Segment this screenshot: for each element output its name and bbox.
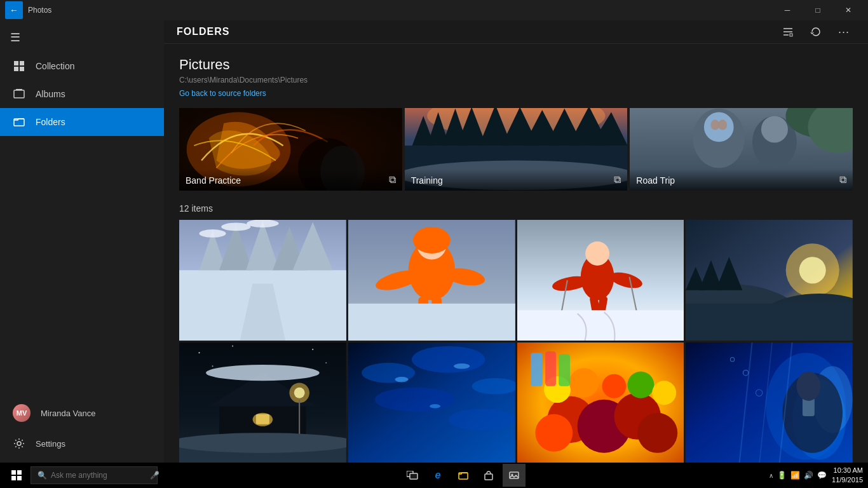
folder-band-practice[interactable]: Band Practice ⧉ xyxy=(179,108,402,191)
minimize-icon: ─ xyxy=(785,6,790,15)
svg-point-91 xyxy=(232,346,233,347)
folder-device-icon: ⧉ xyxy=(389,174,396,186)
svg-rect-3 xyxy=(20,67,24,71)
taskbar-left: 🔍 🎤 xyxy=(5,464,158,487)
explorer-button[interactable] xyxy=(452,464,475,487)
svg-point-87 xyxy=(206,365,320,381)
battery-icon: 🔋 xyxy=(777,471,787,480)
select-button[interactable] xyxy=(776,20,799,43)
folder-road-trip[interactable]: Road Trip ⧉ xyxy=(630,108,853,191)
system-clock: 10:30 AM 11/9/2015 xyxy=(832,466,863,485)
svg-point-38 xyxy=(718,119,727,130)
sidebar-item-label: Folders xyxy=(36,117,65,127)
main-toolbar: FOLDERS ··· xyxy=(164,20,868,44)
search-input[interactable] xyxy=(51,471,146,480)
svg-rect-130 xyxy=(11,476,16,480)
user-name: Miranda Vance xyxy=(41,409,95,418)
microphone-icon: 🎤 xyxy=(150,471,159,480)
system-tray: ∧ 🔋 📶 🔊 💬 xyxy=(769,471,827,480)
maximize-icon: □ xyxy=(815,6,820,15)
photo-bg xyxy=(179,220,346,341)
content-area: Pictures C:\users\Miranda\Documents\Pict… xyxy=(164,44,868,463)
photo-item[interactable] xyxy=(348,342,515,463)
photo-bg xyxy=(179,342,346,463)
edge-icon: e xyxy=(435,470,441,481)
folder-device-icon: ⧉ xyxy=(839,174,846,186)
expand-tray-icon[interactable]: ∧ xyxy=(769,472,773,479)
svg-point-47 xyxy=(221,223,250,231)
sidebar-item-folders[interactable]: Folders xyxy=(0,108,164,136)
minimize-button[interactable]: ─ xyxy=(773,0,802,20)
source-folders-link[interactable]: Go back to source folders xyxy=(179,89,266,98)
svg-point-46 xyxy=(200,229,226,238)
photo-bg xyxy=(517,342,684,463)
sidebar: ☰ Collection Albums xyxy=(0,20,164,463)
folder-training[interactable]: Training ⧉ xyxy=(405,108,628,191)
svg-point-101 xyxy=(395,377,408,382)
toolbar-actions: ··· xyxy=(776,20,855,43)
start-button[interactable] xyxy=(5,464,28,487)
maximize-button[interactable]: □ xyxy=(803,0,832,20)
notifications-icon[interactable]: 💬 xyxy=(817,471,827,480)
task-view-button[interactable] xyxy=(401,464,424,487)
photos-grid xyxy=(179,220,853,463)
folder-label: Training xyxy=(411,175,443,186)
sidebar-item-albums[interactable]: Albums xyxy=(0,80,164,108)
settings-icon xyxy=(13,437,25,450)
svg-point-72 xyxy=(799,257,826,283)
svg-rect-5 xyxy=(16,89,22,90)
svg-point-111 xyxy=(569,368,598,397)
svg-point-97 xyxy=(412,346,485,373)
svg-marker-78 xyxy=(686,304,853,341)
close-button[interactable]: ✕ xyxy=(834,0,863,20)
sidebar-item-settings[interactable]: Settings xyxy=(0,430,164,458)
svg-rect-116 xyxy=(545,351,556,386)
svg-rect-4 xyxy=(14,90,24,98)
back-icon: ← xyxy=(10,5,18,15)
network-icon: 📶 xyxy=(790,471,800,480)
sidebar-item-collection[interactable]: Collection xyxy=(0,52,164,80)
edge-button[interactable]: e xyxy=(426,464,449,487)
svg-rect-133 xyxy=(410,473,417,479)
settings-label: Settings xyxy=(36,439,65,449)
search-icon: 🔍 xyxy=(37,471,47,480)
svg-rect-59 xyxy=(348,304,515,341)
svg-point-7 xyxy=(17,442,21,445)
svg-rect-2 xyxy=(14,67,18,71)
photo-bg xyxy=(348,220,515,341)
search-bar[interactable]: 🔍 🎤 xyxy=(31,466,158,484)
photo-item[interactable] xyxy=(517,220,684,341)
photo-item[interactable] xyxy=(686,342,853,463)
svg-point-100 xyxy=(448,409,515,430)
toolbar-title: FOLDERS xyxy=(177,26,229,37)
app-body: ☰ Collection Albums xyxy=(0,20,868,463)
avatar: MV xyxy=(13,404,31,422)
sidebar-item-label: Collection xyxy=(36,61,74,71)
window-controls: ─ □ ✕ xyxy=(773,0,863,20)
photo-item[interactable] xyxy=(348,220,515,341)
more-button[interactable]: ··· xyxy=(832,20,855,43)
folder-overlay: Training ⧉ xyxy=(405,169,628,191)
photo-item[interactable] xyxy=(179,342,346,463)
photo-item[interactable] xyxy=(179,220,346,341)
photo-item[interactable] xyxy=(517,342,684,463)
sidebar-bottom: MV Miranda Vance Settings xyxy=(0,396,164,463)
back-button[interactable]: ← xyxy=(5,1,23,19)
svg-rect-83 xyxy=(256,414,269,424)
photo-item[interactable] xyxy=(686,220,853,341)
time-display: 10:30 AM xyxy=(832,466,863,475)
taskbar-center: e xyxy=(401,464,526,487)
sidebar-menu-toggle[interactable]: ☰ xyxy=(0,23,164,52)
folder-device-icon: ⧉ xyxy=(614,174,621,186)
photos-button[interactable] xyxy=(503,464,526,487)
folder-label: Band Practice xyxy=(186,175,241,186)
sidebar-item-label: Albums xyxy=(36,89,65,99)
sidebar-item-user[interactable]: MV Miranda Vance xyxy=(0,396,164,430)
refresh-button[interactable] xyxy=(804,20,827,43)
store-button[interactable] xyxy=(477,464,500,487)
svg-point-112 xyxy=(602,374,626,398)
volume-icon[interactable]: 🔊 xyxy=(804,471,813,480)
svg-point-108 xyxy=(535,414,573,452)
svg-point-34 xyxy=(761,116,788,142)
svg-point-102 xyxy=(454,363,470,369)
